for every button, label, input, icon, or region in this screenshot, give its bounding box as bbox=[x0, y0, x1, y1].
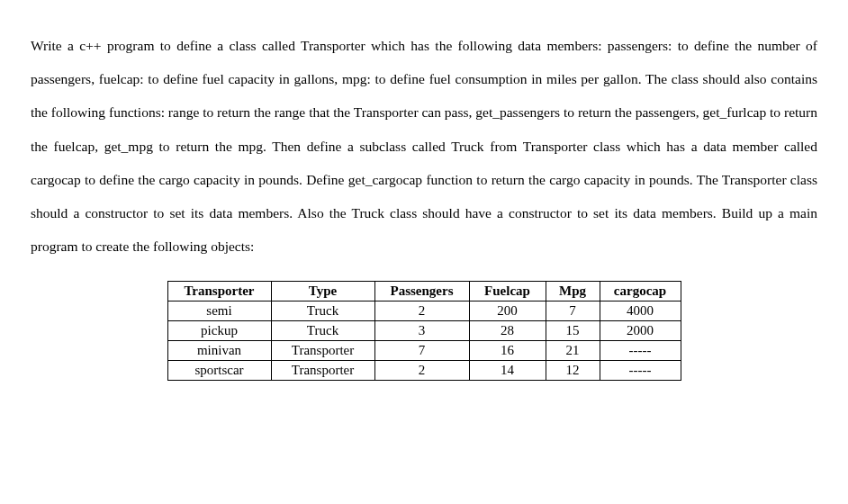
cell-transporter: pickup bbox=[167, 321, 271, 341]
header-transporter: Transporter bbox=[167, 282, 271, 302]
cell-type: Truck bbox=[271, 321, 374, 341]
cell-transporter: sportscar bbox=[167, 361, 271, 381]
cell-passengers: 3 bbox=[374, 321, 469, 341]
cell-type: Transporter bbox=[271, 361, 374, 381]
table-header-row: Transporter Type Passengers Fuelcap Mpg … bbox=[167, 282, 681, 302]
cell-transporter: minivan bbox=[167, 341, 271, 361]
problem-description: Write a c++ program to define a class ca… bbox=[31, 29, 817, 263]
header-fuelcap: Fuelcap bbox=[469, 282, 546, 302]
header-passengers: Passengers bbox=[374, 282, 469, 302]
cell-mpg: 12 bbox=[546, 361, 600, 381]
cell-type: Transporter bbox=[271, 341, 374, 361]
cell-fuelcap: 16 bbox=[469, 341, 546, 361]
cell-fuelcap: 14 bbox=[469, 361, 546, 381]
table-row: sportscar Transporter 2 14 12 ----- bbox=[167, 361, 681, 381]
cell-type: Truck bbox=[271, 302, 374, 321]
cell-mpg: 15 bbox=[546, 321, 600, 341]
table-row: minivan Transporter 7 16 21 ----- bbox=[167, 341, 681, 361]
cell-fuelcap: 200 bbox=[469, 302, 546, 321]
cell-passengers: 7 bbox=[374, 341, 469, 361]
cell-cargocap: ----- bbox=[600, 361, 681, 381]
header-type: Type bbox=[271, 282, 374, 302]
table-container: Transporter Type Passengers Fuelcap Mpg … bbox=[31, 281, 817, 381]
cell-mpg: 7 bbox=[546, 302, 600, 321]
cell-passengers: 2 bbox=[374, 302, 469, 321]
table-row: pickup Truck 3 28 15 2000 bbox=[167, 321, 681, 341]
header-mpg: Mpg bbox=[546, 282, 600, 302]
cell-fuelcap: 28 bbox=[469, 321, 546, 341]
header-cargocap: cargocap bbox=[600, 282, 681, 302]
cell-transporter: semi bbox=[167, 302, 271, 321]
cell-cargocap: ----- bbox=[600, 341, 681, 361]
cell-mpg: 21 bbox=[546, 341, 600, 361]
objects-table: Transporter Type Passengers Fuelcap Mpg … bbox=[167, 281, 681, 381]
cell-cargocap: 4000 bbox=[600, 302, 681, 321]
cell-passengers: 2 bbox=[374, 361, 469, 381]
cell-cargocap: 2000 bbox=[600, 321, 681, 341]
table-row: semi Truck 2 200 7 4000 bbox=[167, 302, 681, 321]
